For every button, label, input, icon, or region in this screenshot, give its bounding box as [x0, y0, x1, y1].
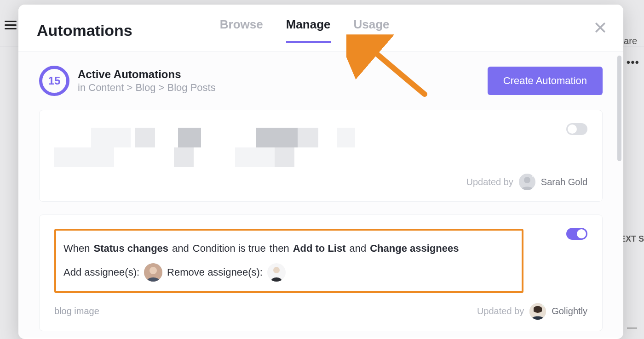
tab-browse[interactable]: Browse [220, 17, 263, 43]
rule-and-2: and [350, 239, 367, 258]
modal-tabs: Browse Manage Usage [220, 17, 390, 43]
add-assignee-label: Add assignee(s): [63, 263, 139, 282]
tab-manage[interactable]: Manage [286, 17, 331, 43]
bg-ext-fragment: EXT S [620, 234, 644, 244]
rule-action-2: Change assignees [370, 239, 459, 258]
close-button[interactable] [593, 21, 607, 36]
svg-point-2 [150, 267, 157, 274]
automation-card-2[interactable]: When Status changes and Condition is tru… [39, 215, 603, 331]
updated-by-row: Updated by Sarah Gold [466, 174, 587, 190]
updater-name: Sarah Gold [541, 177, 587, 187]
close-icon [593, 21, 607, 34]
rule-highlight-box: When Status changes and Condition is tru… [54, 229, 523, 293]
modal-body: 15 Active Automations in Content > Blog … [18, 51, 623, 338]
automations-modal: Automations Browse Manage Usage 15 Activ… [18, 5, 623, 339]
create-automation-button[interactable]: Create Automation [488, 67, 603, 95]
updated-by-row-2: Updated by Golightly [477, 303, 587, 320]
tab-usage[interactable]: Usage [354, 17, 390, 43]
automation-card-1[interactable]: Updated by Sarah Gold [39, 110, 603, 202]
automation-tag: blog image [54, 306, 99, 316]
status-dot-offline [532, 174, 535, 177]
updated-by-label: Updated by [466, 177, 513, 187]
active-automations-title: Active Automations [78, 68, 216, 81]
updater-name-2: Golightly [552, 306, 587, 316]
rule-condition: Condition is true [193, 239, 266, 258]
rule-trigger: Status changes [93, 239, 168, 258]
automation-toggle-on[interactable] [566, 228, 587, 240]
svg-point-3 [273, 267, 280, 273]
avatar-2 [529, 303, 546, 320]
bg-more-dots[interactable]: ••• [627, 56, 639, 69]
modal-header: Automations Browse Manage Usage [18, 5, 623, 51]
breadcrumb-prefix: in [78, 82, 88, 93]
rule-when: When [63, 239, 90, 258]
summary-row: 15 Active Automations in Content > Blog … [39, 66, 603, 96]
scrollbar[interactable] [617, 56, 621, 161]
bg-dash: — [627, 322, 637, 333]
avatar [519, 174, 535, 190]
status-dot-online [542, 303, 546, 307]
hamburger-icon[interactable] [5, 21, 17, 29]
rule-action-1: Add to List [293, 239, 346, 258]
rule-and-1: and [172, 239, 189, 258]
rule-line-1: When Status changes and Condition is tru… [63, 239, 514, 258]
updated-by-label-2: Updated by [477, 306, 524, 316]
svg-point-0 [524, 177, 530, 183]
remove-assignee-label: Remove assignee(s): [167, 263, 263, 282]
obscured-content [54, 128, 404, 167]
automation-count-badge: 15 [39, 66, 69, 96]
assignee-avatar-remove [267, 263, 286, 282]
automation-toggle-off[interactable] [566, 123, 587, 135]
modal-title: Automations [37, 22, 132, 40]
breadcrumb-path: Content > Blog > Blog Posts [88, 82, 215, 93]
rule-line-2: Add assignee(s): Remove assignee(s): [63, 263, 514, 282]
rule-then: then [270, 239, 289, 258]
assignee-avatar-add [144, 263, 162, 282]
breadcrumb: in Content > Blog > Blog Posts [78, 82, 216, 94]
bg-share-fragment: are [624, 36, 637, 46]
